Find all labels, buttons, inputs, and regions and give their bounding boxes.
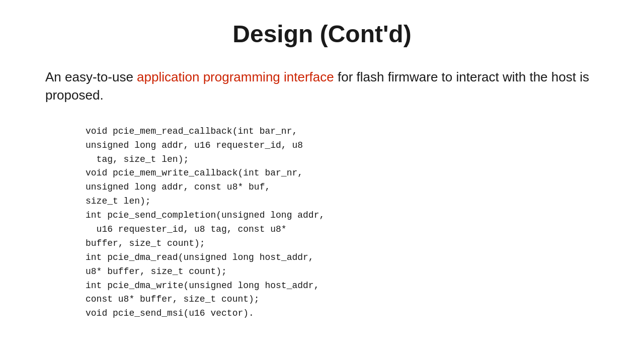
code-line-4: void pcie_mem_write_callback(int bar_nr, [86, 166, 599, 180]
code-line-12: int pcie_dma_write(unsigned long host_ad… [86, 279, 599, 293]
code-line-6: size_t len); [86, 195, 599, 209]
intro-prefix: An easy-to-use [45, 69, 137, 84]
code-line-13: const u8* buffer, size_t count); [86, 293, 599, 307]
code-line-1: void pcie_mem_read_callback(int bar_nr, [86, 125, 599, 139]
slide-content: An easy-to-use application programming i… [45, 68, 599, 321]
code-line-8: u16 requester_id, u8 tag, const u8* [86, 223, 599, 237]
code-line-7: int pcie_send_completion(unsigned long a… [86, 209, 599, 223]
code-line-5: unsigned long addr, const u8* buf, [86, 180, 599, 195]
code-block: void pcie_mem_read_callback(int bar_nr, … [86, 125, 599, 321]
code-line-14: void pcie_send_msi(u16 vector). [86, 307, 599, 321]
slide: Design (Cont'd) An easy-to-use applicati… [0, 0, 644, 362]
code-line-3: tag, size_t len); [86, 153, 599, 167]
code-line-9: buffer, size_t count); [86, 237, 599, 251]
code-line-10: int pcie_dma_read(unsigned long host_add… [86, 251, 599, 265]
intro-paragraph: An easy-to-use application programming i… [45, 68, 599, 105]
intro-highlight: application programming interface [137, 69, 334, 84]
code-line-11: u8* buffer, size_t count); [86, 265, 599, 279]
slide-title: Design (Cont'd) [30, 20, 614, 48]
code-line-2: unsigned long addr, u16 requester_id, u8 [86, 139, 599, 153]
